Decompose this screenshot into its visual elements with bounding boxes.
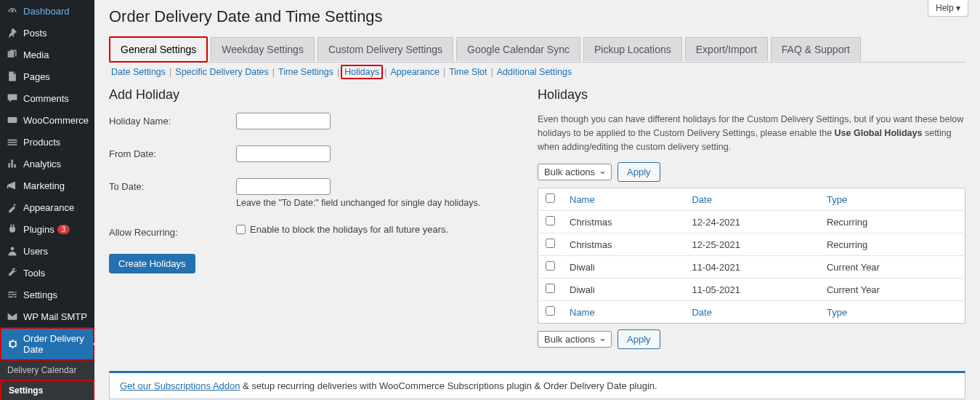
subscriptions-addon-link[interactable]: Get our Subscriptions Addon <box>120 380 240 391</box>
col-type[interactable]: Type <box>819 188 965 211</box>
svg-rect-1 <box>8 117 17 123</box>
col-date-foot[interactable]: Date <box>684 301 819 324</box>
sub-tabs: Date Settings|Specific Delivery Dates|Ti… <box>109 67 965 77</box>
table-row: Diwali11-04-2021Current Year <box>538 256 965 279</box>
sidebar-item-appearance[interactable]: Appearance <box>0 196 94 218</box>
settings-icon <box>6 288 19 301</box>
dashboard-icon <box>6 4 19 17</box>
sidebar-item-pages[interactable]: Pages <box>0 65 94 87</box>
cell-name: Diwali <box>562 256 684 279</box>
primary-tabs: General SettingsWeekday SettingsCustom D… <box>109 36 965 63</box>
sidebar-sub-delivery-calendar[interactable]: Delivery Calendar <box>0 361 94 380</box>
create-holidays-button[interactable]: Create Holidays <box>109 254 195 273</box>
to-date-help: Leave the "To Date:" field unchanged for… <box>236 198 516 208</box>
sidebar-sub-settings[interactable]: Settings <box>0 380 94 400</box>
cell-name: Diwali <box>562 279 684 301</box>
bulk-actions-select-bottom[interactable]: Bulk actions <box>538 331 612 348</box>
apply-button-top[interactable]: Apply <box>617 162 660 182</box>
subtab-specific-delivery-dates[interactable]: Specific Delivery Dates <box>173 66 271 78</box>
subtab-holidays[interactable]: Holidays <box>341 65 383 79</box>
sidebar-item-analytics[interactable]: Analytics <box>0 153 94 175</box>
sidebar-item-products[interactable]: Products <box>0 131 94 153</box>
to-date-input[interactable] <box>236 178 331 195</box>
subtab-date-settings[interactable]: Date Settings <box>109 66 168 78</box>
bulk-actions-select-top[interactable]: Bulk actions <box>538 164 612 180</box>
svg-point-2 <box>11 247 15 250</box>
svg-point-0 <box>12 52 14 54</box>
holiday-name-label: Holiday Name: <box>109 113 236 127</box>
pin-icon <box>6 26 19 39</box>
page-icon <box>6 70 19 83</box>
row-checkbox[interactable] <box>546 284 555 293</box>
select-all-checkbox-top[interactable] <box>546 193 555 203</box>
tools-icon <box>6 266 19 279</box>
appearance-icon <box>6 201 19 214</box>
admin-sidebar: DashboardPostsMediaPagesCommentsWooComme… <box>0 0 94 400</box>
holidays-list-panel: Holidays Even though you can have differ… <box>538 87 965 355</box>
allow-recurring-text: Enable to block the holidays for all fut… <box>250 224 448 235</box>
subtab-additional-settings[interactable]: Additional Settings <box>495 66 575 78</box>
tab-weekday-settings[interactable]: Weekday Settings <box>211 37 315 61</box>
woo-icon <box>6 113 19 127</box>
col-date[interactable]: Date <box>684 188 819 211</box>
subscriptions-notice: Get our Subscriptions Addon & setup recu… <box>109 371 965 399</box>
page-title: Order Delivery Date and Time Settings <box>109 7 965 26</box>
main-content: Help ▾ Order Delivery Date and Time Sett… <box>94 0 980 400</box>
cell-date: 12-25-2021 <box>684 233 819 256</box>
tab-pickup-locations[interactable]: Pickup Locations <box>583 37 682 61</box>
sidebar-item-woocommerce[interactable]: WooCommerce <box>0 109 94 131</box>
sidebar-item-wp-mail-smtp[interactable]: WP Mail SMTP <box>0 305 94 327</box>
row-checkbox[interactable] <box>546 216 555 225</box>
from-date-label: From Date: <box>109 145 236 159</box>
sidebar-item-plugins[interactable]: Plugins3 <box>0 218 94 240</box>
from-date-input[interactable] <box>236 145 331 162</box>
sidebar-item-comments[interactable]: Comments <box>0 87 94 109</box>
tab-custom-delivery-settings[interactable]: Custom Delivery Settings <box>317 37 453 61</box>
to-date-label: To Date: <box>109 178 236 192</box>
cell-name: Christmas <box>562 211 684 233</box>
sidebar-item-marketing[interactable]: Marketing <box>0 175 94 196</box>
tab-general-settings[interactable]: General Settings <box>109 36 208 63</box>
table-row: Christmas12-25-2021Recurring <box>538 233 965 256</box>
sidebar-item-users[interactable]: Users <box>0 240 94 262</box>
allow-recurring-checkbox[interactable] <box>236 225 246 234</box>
gear-icon <box>7 337 19 351</box>
holiday-name-input[interactable] <box>236 113 331 129</box>
col-name[interactable]: Name <box>562 188 684 211</box>
row-checkbox[interactable] <box>546 239 555 248</box>
sidebar-item-media[interactable]: Media <box>0 44 94 65</box>
media-icon <box>6 48 19 61</box>
holidays-description: Even though you can have different holid… <box>538 113 965 153</box>
tab-faq-support[interactable]: FAQ & Support <box>771 37 861 61</box>
products-icon <box>6 135 19 148</box>
cell-date: 12-24-2021 <box>684 211 819 233</box>
subtab-appearance[interactable]: Appearance <box>388 66 441 78</box>
col-name-foot[interactable]: Name <box>562 301 684 324</box>
tab-export-import[interactable]: Export/Import <box>685 37 768 61</box>
sidebar-item-tools[interactable]: Tools <box>0 262 94 284</box>
subtab-time-slot[interactable]: Time Slot <box>447 66 489 78</box>
sidebar-item-order-delivery-date[interactable]: Order Delivery Date <box>0 327 94 361</box>
sidebar-item-settings[interactable]: Settings <box>0 284 94 305</box>
help-button[interactable]: Help ▾ <box>928 0 968 17</box>
apply-button-bottom[interactable]: Apply <box>617 329 660 349</box>
cell-type: Current Year <box>819 279 965 301</box>
add-holiday-title: Add Holiday <box>109 87 516 103</box>
comment-icon <box>6 92 19 105</box>
sidebar-item-dashboard[interactable]: Dashboard <box>0 0 94 22</box>
update-badge: 3 <box>57 225 70 234</box>
mail-icon <box>6 310 19 323</box>
subtab-time-settings[interactable]: Time Settings <box>276 66 336 78</box>
cell-type: Recurring <box>819 233 965 256</box>
row-checkbox[interactable] <box>546 261 555 271</box>
tab-google-calendar-sync[interactable]: Google Calendar Sync <box>456 37 580 61</box>
select-all-checkbox-bottom[interactable] <box>546 306 555 316</box>
analytics-icon <box>6 157 19 170</box>
table-row: Christmas12-24-2021Recurring <box>538 211 965 233</box>
holidays-table: Name Date Type Christmas12-24-2021Recurr… <box>538 188 965 324</box>
col-type-foot[interactable]: Type <box>819 301 965 324</box>
plugins-icon <box>6 223 19 236</box>
marketing-icon <box>6 179 19 192</box>
sidebar-item-posts[interactable]: Posts <box>0 22 94 44</box>
cell-date: 11-05-2021 <box>684 279 819 301</box>
